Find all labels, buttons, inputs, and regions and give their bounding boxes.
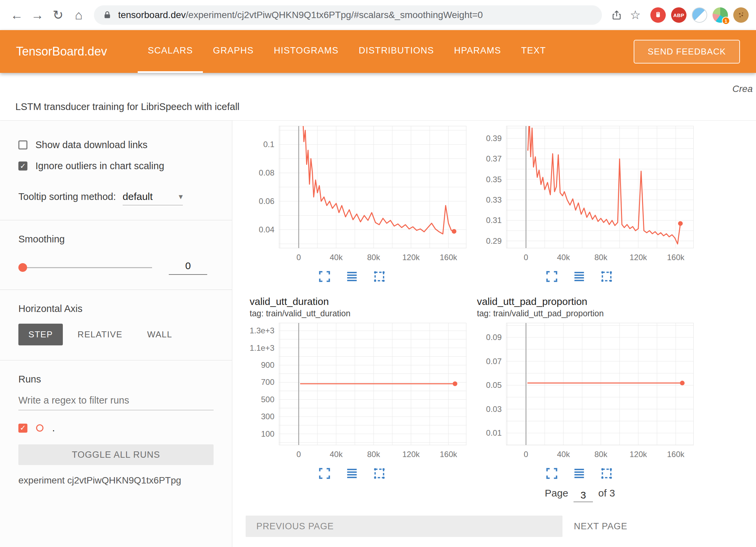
experiment-id-label: experiment cj2vtPiwQHKN9Q1tx6PTpg: [18, 475, 214, 486]
chart-tag: tag: train/valid_utt_duration: [250, 309, 473, 318]
settings-sidebar: ✓ Show data download links ✓ Ignore outl…: [0, 121, 232, 547]
charts-panel: 0.040.060.080.1040k80k120k160k 0.290.310…: [232, 121, 756, 547]
svg-text:500: 500: [261, 395, 274, 404]
tab-text[interactable]: TEXT: [511, 30, 556, 73]
scalar-line-chart[interactable]: 0.010.030.050.070.09040k80k120k160k: [473, 319, 700, 463]
tooltip-sorting-row: Tooltip sorting method: default ▾: [18, 191, 214, 205]
pagination: Page 3 of 3: [545, 487, 756, 500]
svg-text:80k: 80k: [594, 450, 608, 459]
svg-text:80k: 80k: [594, 253, 608, 262]
run-color-swatch[interactable]: [36, 424, 43, 432]
toggle-all-runs-button[interactable]: TOGGLE ALL RUNS: [18, 444, 214, 465]
svg-text:40k: 40k: [330, 450, 343, 459]
data-table-button[interactable]: [345, 269, 359, 284]
fit-domain-button[interactable]: [372, 269, 386, 284]
forward-button[interactable]: →: [28, 5, 47, 25]
svg-text:0.39: 0.39: [486, 134, 502, 143]
axis-wall-button[interactable]: WALL: [137, 324, 182, 345]
send-feedback-button[interactable]: SEND FEEDBACK: [634, 40, 740, 64]
scalar-line-chart[interactable]: 0.040.060.080.1040k80k120k160k: [246, 122, 473, 266]
fit-domain-button[interactable]: [372, 466, 386, 480]
horizontal-axis-label: Horizontal Axis: [18, 303, 214, 314]
back-button[interactable]: ←: [7, 5, 26, 25]
svg-text:0.07: 0.07: [486, 357, 502, 366]
lock-icon: [103, 10, 112, 20]
svg-text:160k: 160k: [667, 450, 685, 459]
expand-chart-button[interactable]: [318, 466, 332, 480]
app-header: TensorBoard.dev SCALARS GRAPHS HISTOGRAM…: [0, 30, 756, 73]
slider-track: [18, 267, 152, 268]
pagination-buttons: PREVIOUS PAGE NEXT PAGE: [246, 516, 756, 537]
checkbox[interactable]: ✓: [18, 161, 27, 171]
axis-relative-button[interactable]: RELATIVE: [68, 324, 132, 345]
svg-text:1.1e+3: 1.1e+3: [250, 343, 274, 352]
fit-domain-button[interactable]: [600, 466, 614, 480]
svg-text:700: 700: [261, 377, 274, 387]
profile-avatar[interactable]: 1: [713, 7, 728, 23]
chart-tag: tag: train/valid_utt_pad_proportion: [477, 309, 700, 318]
chart-toolbar: [545, 268, 700, 285]
tab-scalars[interactable]: SCALARS: [138, 30, 203, 73]
adblock-extension-icon[interactable]: [650, 7, 666, 23]
smoothing-value-input[interactable]: 0: [169, 260, 207, 275]
tab-graphs[interactable]: GRAPHS: [203, 30, 264, 73]
svg-text:300: 300: [261, 412, 274, 421]
checkbox[interactable]: ✓: [18, 140, 27, 149]
svg-text:1.3e+3: 1.3e+3: [250, 326, 274, 335]
scalar-line-chart[interactable]: 0.290.310.330.350.370.39040k80k120k160k: [473, 122, 700, 266]
slider-thumb[interactable]: [18, 263, 27, 272]
bookmark-star-icon[interactable]: ☆: [627, 6, 644, 24]
smoothing-slider[interactable]: [18, 263, 152, 272]
tab-histograms[interactable]: HISTOGRAMS: [264, 30, 349, 73]
svg-text:0: 0: [524, 450, 528, 459]
next-page-button[interactable]: NEXT PAGE: [574, 521, 627, 532]
svg-text:0.06: 0.06: [259, 197, 274, 206]
address-bar[interactable]: tensorboard.dev/experiment/cj2vtPiwQHKN9…: [94, 5, 602, 25]
browser-extension-icon[interactable]: [692, 7, 707, 23]
run-row[interactable]: ✓ .: [18, 422, 214, 434]
abp-extension-icon[interactable]: ABP: [671, 7, 686, 23]
svg-text:120k: 120k: [630, 450, 647, 459]
svg-text:0: 0: [296, 450, 301, 459]
tooltip-sorting-label: Tooltip sorting method:: [18, 191, 116, 202]
data-table-button[interactable]: [572, 269, 586, 284]
data-table-button[interactable]: [572, 466, 586, 480]
expand-chart-button[interactable]: [545, 466, 559, 480]
tab-hparams[interactable]: HPARAMS: [444, 30, 511, 73]
cookie-extension-icon[interactable]: [733, 7, 749, 23]
run-checkbox[interactable]: ✓: [18, 424, 27, 433]
axis-step-button[interactable]: STEP: [18, 324, 63, 345]
chart-card: 0.290.310.330.350.370.39040k80k120k160k: [473, 122, 700, 285]
runs-filter-input[interactable]: [18, 390, 214, 410]
svg-text:160k: 160k: [440, 253, 458, 262]
svg-text:0.35: 0.35: [486, 175, 502, 184]
nav-tabs: SCALARS GRAPHS HISTOGRAMS DISTRIBUTIONS …: [138, 30, 556, 73]
data-table-button[interactable]: [345, 466, 359, 480]
chart-title: valid_utt_pad_proportion: [477, 296, 700, 307]
show-download-links-checkbox[interactable]: ✓ Show data download links: [18, 139, 214, 150]
reload-button[interactable]: ↻: [49, 5, 68, 25]
ignore-outliers-checkbox[interactable]: ✓ Ignore outliers in chart scaling: [18, 160, 214, 172]
svg-text:160k: 160k: [667, 253, 685, 262]
app-logo: TensorBoard.dev: [16, 44, 107, 59]
tooltip-sorting-select[interactable]: default ▾: [123, 191, 183, 205]
previous-page-button[interactable]: PREVIOUS PAGE: [246, 516, 562, 537]
svg-text:0.31: 0.31: [486, 216, 502, 225]
checkbox-label: Show data download links: [35, 139, 147, 150]
page-number-input[interactable]: 3: [574, 489, 593, 502]
share-icon[interactable]: [608, 6, 625, 24]
tab-distributions[interactable]: DISTRIBUTIONS: [349, 30, 444, 73]
smoothing-label: Smoothing: [18, 234, 214, 245]
chart-toolbar: [318, 465, 473, 482]
scalar-line-chart[interactable]: 1003005007009001.1e+31.3e+3040k80k120k16…: [246, 319, 473, 463]
url-text: tensorboard.dev/experiment/cj2vtPiwQHKN9…: [118, 10, 483, 20]
svg-text:0.08: 0.08: [259, 168, 274, 177]
chart-card: valid_utt_pad_proportion tag: train/vali…: [473, 294, 700, 482]
svg-text:40k: 40k: [330, 253, 343, 262]
fit-domain-button[interactable]: [600, 269, 614, 284]
expand-chart-button[interactable]: [545, 269, 559, 284]
home-button[interactable]: ⌂: [70, 5, 88, 25]
expand-chart-button[interactable]: [318, 269, 332, 284]
page-label: Page: [545, 487, 568, 499]
chart-title: valid_utt_duration: [250, 296, 473, 307]
